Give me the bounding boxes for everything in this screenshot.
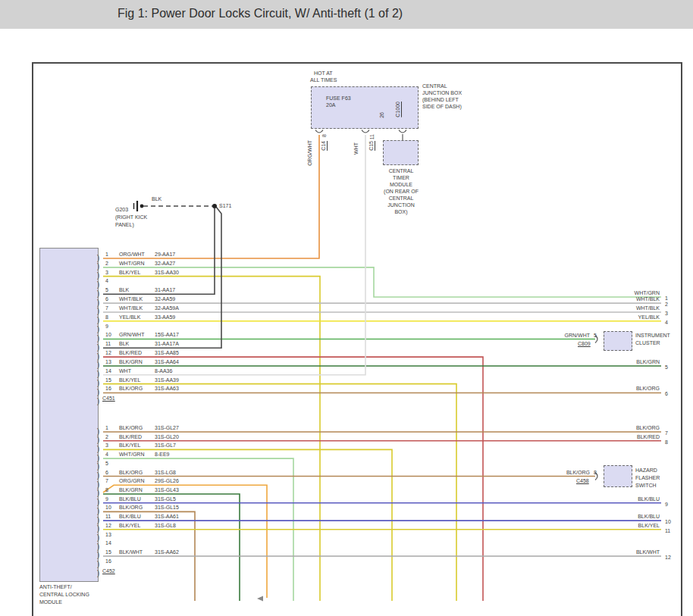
connector-arc-icon — [362, 130, 369, 133]
pin-bracket-c451-6: ) — [97, 299, 99, 307]
circuit-label-c452-6: 31S-LG8 — [155, 469, 176, 476]
hazard-pin-label: 8 — [594, 469, 597, 476]
circuit-label-c452-15: 31S-AA62 — [155, 549, 179, 555]
wire-c452-3-blk-yel — [103, 449, 392, 601]
wire-color-label-c451-13: BLK/GRN — [119, 358, 143, 365]
wire-color-label-c452-15: BLK/WHT — [119, 549, 143, 555]
right-edge-pin-6: 6 — [665, 390, 668, 397]
pin-number-c452-2: 2 — [105, 433, 108, 440]
module-label-2: CENTRAL LOCKING — [39, 591, 89, 598]
pin-bracket-c452-12: ) — [97, 525, 99, 533]
pin-bracket-c452-4: ) — [97, 455, 99, 462]
wire-color-label-c452-11: BLK/BLU — [119, 513, 141, 520]
wire-color-label-c452-12: BLK/YEL — [119, 522, 140, 529]
hazard-switch-box — [604, 465, 632, 487]
right-edge-wire-label-3: WHT/BLK — [563, 305, 660, 311]
pin-bracket-c451-8: ) — [97, 317, 99, 324]
wire-color-label-c452-8: BLK/GRN — [119, 486, 143, 493]
fuse-label: FUSE F63 — [326, 95, 351, 102]
pin-label-c1000: 26 — [379, 112, 385, 118]
continuation-arrow-icon — [257, 596, 263, 602]
pin-bracket-c451-15: ) — [97, 380, 99, 387]
pin-number-c451-6: 6 — [105, 295, 108, 302]
pin-bracket-c452-15: ) — [97, 552, 99, 559]
circuit-label-c451-7: 32-AA59A — [155, 305, 179, 311]
circuit-label-c451-3: 31S-AA30 — [155, 269, 179, 276]
timer-label-5: CENTRAL — [376, 195, 426, 202]
right-edge-wire-label-5: BLK/GRN — [563, 358, 660, 365]
pin-bracket-c451-10: ) — [97, 335, 99, 342]
right-edge-pin-3: 3 — [665, 310, 668, 317]
pin-bracket-c452-end: ) — [97, 570, 99, 577]
wire-color-label-c451-10: GRN/WHT — [119, 331, 144, 338]
right-edge-pin-7: 7 — [665, 430, 668, 436]
pin-label-c15: 11 — [369, 134, 375, 139]
pin-bracket-c452-10: ) — [97, 508, 99, 515]
fuse-rating-label: 20A — [326, 102, 335, 108]
circuit-label-c452-11: 31S-AA61 — [155, 513, 179, 520]
junction-box-label-4: SIDE OF DASH) — [422, 103, 462, 110]
module-label-3: MODULE — [39, 599, 62, 605]
pin-bracket-c451-11: ) — [97, 344, 99, 352]
ground-dot — [140, 205, 144, 208]
pin-number-c451-14: 14 — [105, 367, 111, 374]
right-edge-wire-label-12: BLK/WHT — [563, 549, 660, 555]
hazard-label-3: SWITCH — [635, 482, 657, 489]
pin-bracket-c452-6: ) — [97, 472, 99, 480]
hot-at-label: HOT AT — [314, 70, 333, 77]
pin-bracket-c451-9: ) — [97, 326, 99, 333]
circuit-label-c451-1: 29-AA17 — [155, 251, 175, 258]
wire-label-org-wht: ORG/WHT — [307, 140, 313, 166]
splice-dot-s171 — [212, 204, 217, 208]
pin-number-c451-3: 3 — [105, 269, 108, 276]
circuit-label-c452-4: 8-EE9 — [155, 451, 169, 458]
circuit-label-c451-14: 8-AA36 — [155, 367, 172, 374]
pin-number-c452-6: 6 — [105, 469, 108, 476]
wire-color-label-c452-10: BLK/ORG — [119, 504, 143, 511]
circuit-label-c451-5: 31-AA17 — [155, 286, 175, 293]
cluster-wire-label: GRN/WHT — [531, 332, 590, 339]
right-edge-wire-label-2: WHT/BLK — [563, 295, 660, 302]
wire-color-label-c452-6: BLK/ORG — [119, 469, 143, 476]
circuit-label-c451-8: 33-AA59 — [155, 314, 175, 321]
pin-bracket-c452-11: ) — [97, 517, 99, 524]
circuit-label-c452-12: 31S-GL8 — [155, 522, 176, 529]
cluster-label-1: INSTRUMENT — [635, 332, 670, 339]
pin-number-c451-7: 7 — [105, 305, 108, 311]
pin-number-c451-9: 9 — [105, 323, 108, 330]
pin-number-c452-3: 3 — [105, 442, 108, 449]
connector-label-c809: C809 — [578, 340, 591, 347]
circuit-label-c451-12: 31S-AA85 — [155, 349, 179, 356]
pin-number-c451-4: 4 — [105, 277, 108, 284]
junction-box-label-3: (BEHIND LEFT — [422, 96, 459, 103]
connector-label-c452: C452 — [102, 568, 115, 574]
right-edge-pin-11: 11 — [665, 527, 670, 534]
pin-bracket-c452-14: ) — [97, 543, 99, 551]
wire-color-label-c451-2: WHT/GRN — [119, 260, 144, 267]
wire-color-label-c452-9: BLK/BLU — [119, 496, 141, 502]
circuit-label-c451-16: 31S-AA63 — [155, 385, 179, 392]
right-edge-pin-2: 2 — [665, 301, 668, 308]
pin-label-c14: 8 — [321, 134, 328, 137]
wire-color-label-c451-6: WHT/BLK — [119, 295, 143, 302]
wire-color-label-c451-11: BLK — [119, 340, 129, 347]
ground-id-label: G203 — [115, 206, 128, 213]
timer-label-7: BOX) — [376, 208, 426, 215]
wire-label-wht: WHT — [353, 142, 359, 155]
circuit-label-c452-1: 31S-GL27 — [155, 424, 179, 431]
wire-c451-1-org-wht — [103, 135, 319, 258]
pin-number-c452-11: 11 — [105, 513, 111, 520]
right-edge-wire-label-7: BLK/ORG — [563, 424, 660, 431]
pin-number-c452-8: 8 — [105, 486, 108, 493]
pin-bracket-c451-12: ) — [97, 353, 99, 361]
pin-bracket-c451-3: ) — [97, 272, 99, 280]
wire-color-label-c452-1: BLK/ORG — [119, 424, 143, 431]
timer-label-1: CENTRAL — [376, 167, 426, 174]
pin-number-c451-2: 2 — [105, 260, 108, 267]
ground-wire-label: BLK — [152, 195, 161, 202]
circuit-label-c452-10: 31S-GL15 — [155, 504, 179, 511]
wire-color-label-c452-4: WHT/GRN — [119, 451, 144, 458]
wire-color-label-c451-3: BLK/YEL — [119, 269, 140, 276]
pin-number-c452-13: 13 — [105, 531, 111, 538]
pin-number-c452-4: 4 — [105, 451, 108, 458]
